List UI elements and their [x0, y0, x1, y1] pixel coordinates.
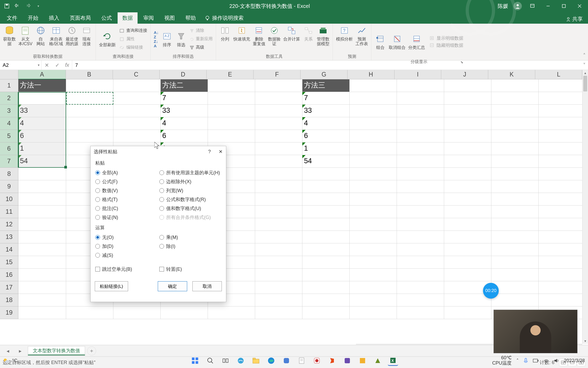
- app-icon-2[interactable]: [312, 355, 322, 366]
- cell-G4[interactable]: 4: [302, 117, 350, 130]
- cell-D19[interactable]: [161, 306, 208, 319]
- cell-I10[interactable]: [397, 193, 444, 206]
- radio-except-borders[interactable]: 边框除外(X): [159, 177, 221, 186]
- cell-E19[interactable]: [208, 306, 255, 319]
- cell-L2[interactable]: [539, 92, 586, 105]
- cell-A15[interactable]: [18, 256, 66, 269]
- subtotal-button[interactable]: 分类汇总: [407, 33, 426, 51]
- row-header-1[interactable]: 1: [0, 79, 18, 92]
- cell-E3[interactable]: [208, 105, 255, 117]
- from-range-button[interactable]: 来自表 格/区域: [48, 24, 64, 47]
- cell-I15[interactable]: [397, 256, 444, 269]
- tab-file[interactable]: 文件: [2, 12, 22, 24]
- cell-J13[interactable]: [444, 231, 491, 243]
- cell-K1[interactable]: [491, 79, 539, 92]
- cell-C3[interactable]: [113, 105, 161, 117]
- app-icon-5[interactable]: [372, 355, 383, 366]
- cell-A9[interactable]: [18, 180, 66, 193]
- row-header-8[interactable]: 8: [0, 168, 18, 180]
- cell-I6[interactable]: [397, 142, 444, 155]
- cell-F10[interactable]: [255, 193, 302, 206]
- cell-F2[interactable]: [255, 92, 302, 105]
- cell-A10[interactable]: [18, 193, 66, 206]
- cell-H4[interactable]: [350, 117, 397, 130]
- cell-B5[interactable]: [66, 130, 113, 142]
- cell-F8[interactable]: [255, 168, 302, 180]
- radio-formats[interactable]: 格式(T): [95, 195, 157, 204]
- radio-none[interactable]: 无(O): [95, 233, 157, 242]
- close-icon[interactable]: [574, 2, 585, 11]
- cell-K18[interactable]: [491, 294, 539, 306]
- sheet-tab[interactable]: 文本型数字转换为数值: [28, 346, 85, 355]
- search-button[interactable]: [205, 355, 216, 366]
- cell-B1[interactable]: [66, 79, 113, 92]
- radio-subtract[interactable]: 减(S): [95, 251, 157, 260]
- cell-B19[interactable]: [66, 306, 113, 319]
- row-header-16[interactable]: 16: [0, 269, 18, 281]
- cell-L9[interactable]: [539, 180, 586, 193]
- minimize-icon[interactable]: [543, 2, 553, 11]
- tab-formulas[interactable]: 公式: [97, 12, 117, 24]
- cell-K3[interactable]: [491, 105, 539, 117]
- ribbon-display-icon[interactable]: [527, 2, 538, 11]
- system-tray[interactable]: 60℃CPU温度 ˄ 2022/3/28: [492, 353, 588, 368]
- get-data-button[interactable]: 获取数 据: [2, 24, 17, 47]
- radio-divide[interactable]: 除(I): [159, 242, 221, 251]
- cell-D3[interactable]: 33: [161, 105, 208, 117]
- relationships-button[interactable]: 关系: [302, 24, 315, 43]
- cell-J14[interactable]: [444, 243, 491, 256]
- radio-validation[interactable]: 验证(N): [95, 213, 157, 222]
- cell-A17[interactable]: [18, 281, 66, 294]
- radio-all[interactable]: 全部(A): [95, 168, 157, 177]
- cell-H12[interactable]: [350, 218, 397, 231]
- cell-I3[interactable]: [397, 105, 444, 117]
- dialog-help-icon[interactable]: ?: [204, 147, 215, 156]
- cell-A7[interactable]: 54: [18, 155, 66, 168]
- cell-J4[interactable]: [444, 117, 491, 130]
- row-header-3[interactable]: 3: [0, 105, 18, 117]
- task-view-button[interactable]: [220, 355, 231, 366]
- cell-G9[interactable]: [302, 180, 350, 193]
- spreadsheet-grid[interactable]: ABCDEFGHIJKL 123456789101112131415161718…: [0, 70, 588, 350]
- cell-J15[interactable]: [444, 256, 491, 269]
- battery-icon[interactable]: [533, 358, 539, 363]
- cell-D1[interactable]: 方法二: [161, 79, 208, 92]
- flash-fill-button[interactable]: 快速填充: [232, 24, 251, 43]
- column-header-I[interactable]: I: [395, 70, 442, 79]
- cell-L3[interactable]: [539, 105, 586, 117]
- cell-J11[interactable]: [444, 206, 491, 218]
- data-model-button[interactable]: 管理数 据模型: [316, 24, 330, 47]
- notes-icon[interactable]: [296, 355, 307, 366]
- column-header-A[interactable]: A: [18, 70, 66, 79]
- cell-E2[interactable]: [208, 92, 255, 105]
- radio-values[interactable]: 数值(V): [95, 186, 157, 195]
- cell-L1[interactable]: [539, 79, 586, 92]
- cell-F1[interactable]: [255, 79, 302, 92]
- cell-A5[interactable]: 6: [18, 130, 66, 142]
- scroll-up-icon[interactable]: ▴: [582, 70, 588, 76]
- cell-L18[interactable]: [539, 294, 586, 306]
- qat-customize-icon[interactable]: ▾: [35, 3, 41, 9]
- cell-I19[interactable]: [397, 306, 444, 319]
- collapse-ribbon-icon[interactable]: ˄: [581, 24, 588, 60]
- cell-I9[interactable]: [397, 180, 444, 193]
- cell-H13[interactable]: [350, 231, 397, 243]
- cell-J1[interactable]: [444, 79, 491, 92]
- cell-I7[interactable]: [397, 155, 444, 168]
- radio-formulas-numfmt[interactable]: 公式和数字格式(R): [159, 195, 221, 204]
- cell-B2[interactable]: [66, 92, 113, 105]
- scroll-down-icon[interactable]: ▾: [582, 338, 588, 344]
- cell-H11[interactable]: [350, 206, 397, 218]
- cell-F19[interactable]: [255, 306, 302, 319]
- cell-L10[interactable]: [539, 193, 586, 206]
- cell-G18[interactable]: [302, 294, 350, 306]
- cell-L4[interactable]: [539, 117, 586, 130]
- tab-help[interactable]: 帮助: [181, 12, 201, 24]
- cell-I11[interactable]: [397, 206, 444, 218]
- cell-L7[interactable]: [539, 155, 586, 168]
- show-detail-button[interactable]: 显示明细数据: [429, 35, 464, 42]
- cell-J7[interactable]: [444, 155, 491, 168]
- tab-layout[interactable]: 页面布局: [65, 12, 96, 24]
- cell-H15[interactable]: [350, 256, 397, 269]
- cell-H8[interactable]: [350, 168, 397, 180]
